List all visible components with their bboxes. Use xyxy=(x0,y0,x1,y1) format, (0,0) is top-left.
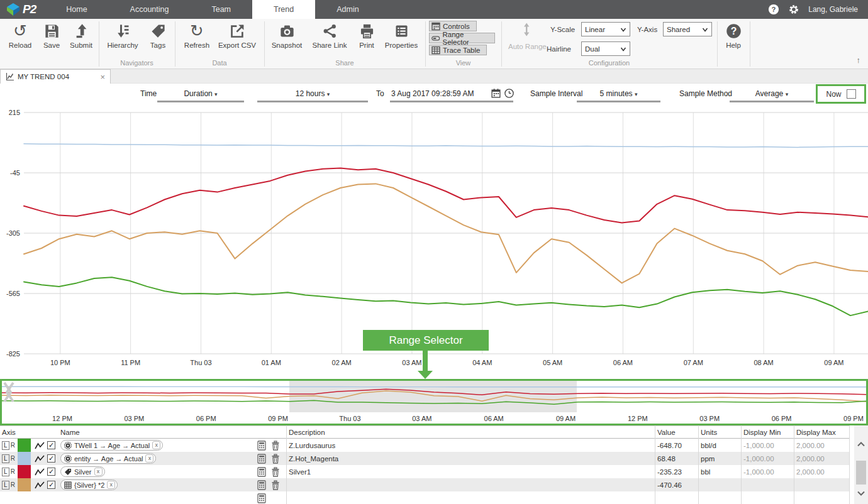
tag-icon xyxy=(64,468,72,476)
tab-title: MY TREND 004 xyxy=(18,73,97,80)
trace-pill[interactable]: TWell 1 → Age → Actualx xyxy=(60,440,163,451)
trace-value: -470.46 xyxy=(655,478,698,491)
pan-right-icon[interactable] xyxy=(2,381,13,403)
trash-icon[interactable] xyxy=(270,480,281,490)
trace-visible-checkbox[interactable]: ✓ xyxy=(47,441,55,449)
toggle-range-selector[interactable]: Range Selector xyxy=(429,33,495,43)
trace-pill[interactable]: entity → Age → Actualx xyxy=(60,453,156,464)
nav-item-admin[interactable]: Admin xyxy=(315,0,380,19)
sample-method-dropdown[interactable]: Average ▾ xyxy=(730,84,814,102)
remove-trace-icon[interactable]: x xyxy=(152,441,160,449)
axis-left-button[interactable]: L xyxy=(2,481,9,490)
auto-range-button[interactable]: Auto Range xyxy=(508,43,547,50)
help-circle-icon[interactable] xyxy=(768,4,779,15)
help-button[interactable]: Help xyxy=(716,21,750,50)
trace-color-swatch[interactable] xyxy=(18,465,31,478)
svg-text:09 PM: 09 PM xyxy=(268,415,288,422)
to-label: To xyxy=(376,89,384,98)
trace-visible-checkbox[interactable]: ✓ xyxy=(47,454,55,463)
y-axis-select[interactable]: Shared xyxy=(663,22,712,36)
nav-item-accounting[interactable]: Accounting xyxy=(109,0,191,19)
table-row[interactable]: LR✓SilverxSilver1-235.23bbl-1,000.002,00… xyxy=(0,465,849,478)
calendar-icon[interactable] xyxy=(491,88,501,99)
zigzag-line-icon[interactable] xyxy=(35,454,45,463)
time-label: Time xyxy=(140,89,157,98)
axis-left-button[interactable]: L xyxy=(2,454,9,463)
zigzag-line-icon[interactable] xyxy=(35,468,45,476)
now-checkbox[interactable] xyxy=(847,89,856,99)
trash-icon[interactable] xyxy=(270,454,281,464)
trace-display-min[interactable] xyxy=(741,478,794,491)
table-row[interactable]: LR✓entity → Age → ActualxZ.Hot_Magenta68… xyxy=(0,452,849,465)
trace-display-min[interactable]: -1,000.00 xyxy=(741,452,794,465)
hairline-select[interactable]: Dual xyxy=(581,41,630,56)
trash-icon[interactable] xyxy=(270,467,281,477)
header-description: Description xyxy=(286,426,655,438)
ribbon-toolbar: ↺ Reload Save Submit Hierarchy Tags Navi… xyxy=(0,19,868,69)
axis-right-button[interactable]: R xyxy=(11,442,15,449)
calculator-icon[interactable] xyxy=(257,493,267,503)
remove-trace-icon[interactable]: x xyxy=(94,468,103,476)
scroll-up-icon[interactable] xyxy=(856,439,866,449)
table-row[interactable]: LR✓TWell 1 → Age → ActualxZ.Lurdusaurus-… xyxy=(0,439,849,452)
add-trace-row[interactable] xyxy=(0,491,849,504)
nav-item-home[interactable]: Home xyxy=(45,0,108,19)
trash-icon[interactable] xyxy=(270,441,281,451)
range-selector-strip[interactable]: 12 PM03 PM06 PM09 PMThu 0303 AM06 AM09 A… xyxy=(0,379,868,425)
zigzag-line-icon[interactable] xyxy=(35,481,45,490)
zigzag-line-icon[interactable] xyxy=(35,441,45,450)
axis-left-button[interactable]: L xyxy=(2,441,9,450)
axis-right-button[interactable]: R xyxy=(11,481,15,488)
toggle-trace-table[interactable]: Trace Table xyxy=(429,45,487,55)
trace-pill[interactable]: Silverx xyxy=(60,466,105,477)
nav-item-trend[interactable]: Trend xyxy=(252,0,315,19)
submit-button[interactable]: Submit xyxy=(64,21,98,50)
trace-name: TWell 1 → Age → Actual xyxy=(74,442,150,449)
trace-visible-checkbox[interactable]: ✓ xyxy=(47,481,55,489)
trace-display-min[interactable]: -1,000.00 xyxy=(741,439,794,452)
nav-item-team[interactable]: Team xyxy=(190,0,252,19)
trace-display-max[interactable]: 2,000.00 xyxy=(794,465,849,478)
range-selector-chart[interactable]: 12 PM03 PM06 PM09 PMThu 0303 AM06 AM09 A… xyxy=(2,381,866,424)
reload-button[interactable]: ↺ Reload xyxy=(3,21,37,50)
calculator-icon[interactable] xyxy=(257,480,267,490)
trace-display-max[interactable]: 2,000.00 xyxy=(794,439,849,452)
duration-dropdown[interactable]: Duration ▾ xyxy=(157,84,244,102)
trace-display-max[interactable] xyxy=(794,478,849,491)
scroll-down-icon[interactable] xyxy=(856,488,866,498)
calculator-icon[interactable] xyxy=(257,467,267,477)
window-dropdown[interactable]: 12 hours ▾ xyxy=(257,84,368,102)
clock-icon[interactable] xyxy=(504,88,515,99)
collapse-ribbon-icon[interactable]: ↑ xyxy=(857,55,861,65)
tab-my-trend-004[interactable]: MY TREND 004 × xyxy=(0,69,111,84)
p2-logo[interactable]: P2 xyxy=(0,0,45,19)
callout-arrow xyxy=(423,351,428,371)
trace-color-swatch[interactable] xyxy=(18,439,31,452)
calculator-icon[interactable] xyxy=(257,454,267,464)
gear-icon[interactable] xyxy=(788,4,799,15)
trace-visible-checkbox[interactable]: ✓ xyxy=(47,468,55,476)
remove-trace-icon[interactable]: x xyxy=(107,481,115,489)
trace-display-min[interactable]: -1,000.00 xyxy=(741,465,794,478)
trace-color-swatch[interactable] xyxy=(18,452,31,465)
table-row[interactable]: LR✓{Silver} *2x-470.46 xyxy=(0,478,849,491)
trace-value: -235.23 xyxy=(655,465,698,478)
scrollbar-thumb[interactable] xyxy=(856,461,866,485)
axis-right-button[interactable]: R xyxy=(11,455,15,462)
svg-text:-825: -825 xyxy=(6,350,20,358)
y-scale-select[interactable]: Linear xyxy=(581,22,630,36)
trace-color-swatch[interactable] xyxy=(18,478,31,491)
axis-left-button[interactable]: L xyxy=(2,468,9,476)
table-scrollbar[interactable] xyxy=(854,425,868,504)
sample-interval-label: Sample Interval xyxy=(530,89,582,98)
axis-right-button[interactable]: R xyxy=(11,468,15,475)
save-button[interactable]: Save xyxy=(35,21,69,50)
trace-pill[interactable]: {Silver} *2x xyxy=(60,479,118,490)
toggle-controls[interactable]: Controls xyxy=(429,21,477,31)
trace-display-max[interactable]: 2,000.00 xyxy=(794,452,849,465)
close-tab-icon[interactable]: × xyxy=(100,72,105,82)
user-menu[interactable]: Lang, Gabriele xyxy=(808,5,858,14)
remove-trace-icon[interactable]: x xyxy=(145,454,153,463)
sample-interval-dropdown[interactable]: 5 minutes ▾ xyxy=(577,84,660,102)
calculator-icon[interactable] xyxy=(257,441,267,451)
